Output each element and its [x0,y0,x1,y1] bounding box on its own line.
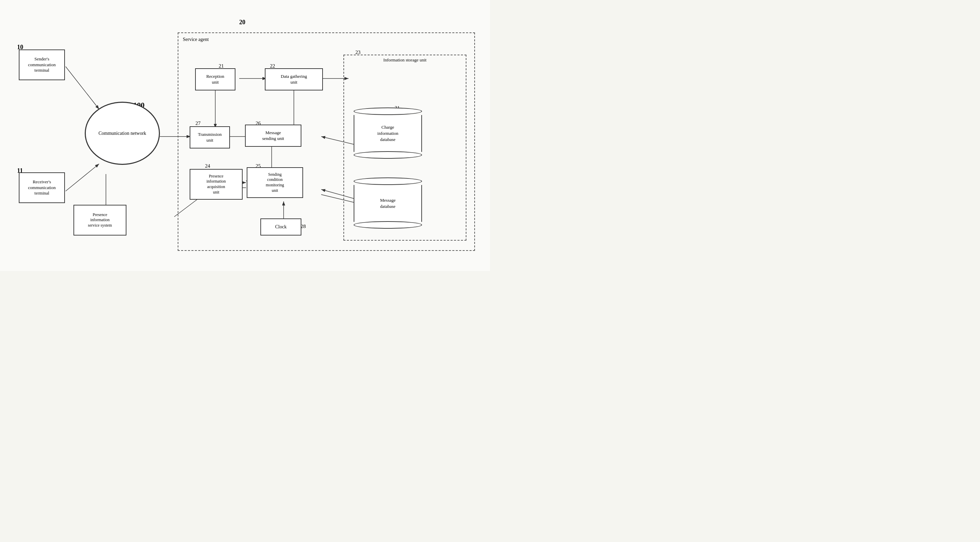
charge-info-database-cylinder: Charge information database [354,108,422,159]
cylinder-body-charge: Charge information database [354,115,422,152]
communication-network-label: Communication network [99,130,146,137]
cylinder-top-charge [354,108,422,115]
data-gathering-unit-label: Data gathering unit [281,74,307,85]
receivers-terminal-box: Receiver's communication terminal [19,172,65,203]
message-sending-unit-label: Message sending unit [262,130,284,142]
cylinder-bottom-charge [354,151,422,159]
info-storage-label: Information storage unit [366,57,444,63]
presence-info-service-label: Presence information service system [88,212,112,228]
reception-unit-label: Reception unit [207,74,224,85]
transmission-unit-label: Transmission unit [198,132,222,143]
senders-terminal-label: Sender's communication terminal [28,56,56,74]
receivers-terminal-label: Receiver's communication terminal [28,179,56,197]
diagram-container: 20 10 11 12 100 21 22 23 24 25 26 27 28 … [0,0,490,271]
clock-label: Clock [275,224,286,230]
message-database-label: Message database [377,195,399,212]
svg-line-2 [65,67,99,109]
data-gathering-unit-box: Data gathering unit [265,68,323,90]
message-sending-unit-box: Message sending unit [245,125,301,147]
cylinder-body-msg: Message database [354,185,422,222]
transmission-unit-box: Transmission unit [189,126,230,149]
sending-condition-monitoring-label: Sending condition monitoring unit [266,172,284,193]
cylinder-top-msg [354,177,422,185]
service-agent-label: Service agent [183,37,209,42]
message-database-cylinder: Message database [354,177,422,229]
reception-unit-box: Reception unit [195,68,235,90]
sending-condition-monitoring-box: Sending condition monitoring unit [247,167,303,198]
communication-network-ellipse: Communication network [85,102,160,165]
cylinder-bottom-msg [354,221,422,229]
presence-info-acquisition-label: Presence information acquisition unit [207,174,226,195]
charge-info-database-label: Charge information database [374,122,401,146]
senders-terminal-box: Sender's communication terminal [19,49,65,80]
clock-box: Clock [260,219,301,236]
presence-info-acquisition-box: Presence information acquisition unit [189,169,243,200]
label-20: 20 [239,19,245,26]
presence-info-service-box: Presence information service system [73,205,126,236]
svg-line-3 [65,164,99,191]
